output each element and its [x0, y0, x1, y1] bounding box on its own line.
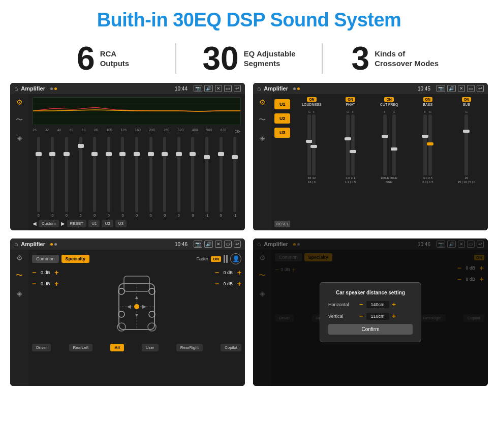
eq-thumb-10[interactable] [162, 152, 168, 156]
fader-sidebar-icon1[interactable]: ⚙ [16, 254, 23, 262]
crossover-screen: ⌂ Amplifier 10:45 📷 🔊 ✕ ▭ ↩ ⚙ 〜 [253, 83, 488, 230]
u3-preset[interactable]: U3 [274, 128, 290, 138]
custom-btn[interactable]: Custom [39, 220, 59, 227]
mini-slider-2 [226, 255, 228, 263]
crossover-sidebar-icon1[interactable]: ⚙ [259, 98, 266, 106]
distance-dialog-overlay: Car speaker distance setting Horizontal … [253, 238, 488, 386]
eq-sidebar-icon3[interactable]: ◈ [17, 134, 22, 142]
fader-sidebar-icon3[interactable]: ◈ [17, 289, 22, 297]
cutfreq-g-thumb[interactable] [391, 147, 397, 151]
phat-on[interactable]: ON [346, 97, 355, 102]
eq-thumb-7[interactable] [119, 152, 126, 156]
eq-thumb-9[interactable] [148, 152, 154, 156]
phat-f-track[interactable] [351, 114, 355, 175]
eq-track-3[interactable] [65, 137, 68, 212]
eq-sidebar-icon2[interactable]: 〜 [16, 115, 23, 125]
fader-on-badge[interactable]: ON [211, 256, 221, 262]
eq-track-12[interactable] [191, 137, 194, 212]
eq-thumb-12[interactable] [190, 152, 196, 156]
cutfreq-f-thumb[interactable] [382, 135, 388, 138]
cutfreq-on[interactable]: ON [384, 97, 394, 102]
vertical-minus[interactable]: − [359, 312, 363, 320]
eq-track-14[interactable] [220, 137, 223, 212]
eq-track-7[interactable] [121, 137, 124, 212]
all-btn[interactable]: All [110, 344, 123, 351]
user-btn[interactable]: User [142, 344, 159, 351]
eq-track-8[interactable] [135, 137, 138, 212]
vertical-plus[interactable]: + [392, 312, 396, 320]
eq-track-1[interactable] [37, 137, 40, 212]
phat-f-thumb[interactable] [350, 150, 356, 153]
minus-1[interactable]: − [32, 268, 36, 277]
eq-track-10[interactable] [163, 137, 166, 212]
crossover-status-icons: 📷 🔊 ✕ ▭ ↩ [437, 85, 484, 92]
stats-row: 6 RCAOutputs 30 EQ AdjustableSegments 3 … [0, 37, 498, 83]
common-tab[interactable]: Common [32, 255, 59, 263]
eq-thumb-11[interactable] [176, 152, 182, 156]
loudness-f-track[interactable] [312, 114, 316, 175]
play-icon[interactable]: ▶ [61, 221, 65, 226]
minus-4[interactable]: − [215, 280, 219, 288]
horizontal-plus[interactable]: + [392, 301, 396, 308]
u1-preset[interactable]: U1 [274, 99, 290, 109]
eq-sidebar-icon1[interactable]: ⚙ [16, 98, 23, 106]
fader-sidebar-icon2[interactable]: 〜 [16, 271, 23, 280]
eq-thumb-15[interactable] [232, 155, 238, 159]
plus-2[interactable]: + [54, 280, 58, 288]
bass-f-track[interactable] [423, 114, 427, 175]
eq-thumb-1[interactable] [36, 152, 42, 156]
crossover-reset-btn[interactable]: RESET [274, 221, 290, 227]
horizontal-minus[interactable]: − [359, 301, 363, 308]
bass-g-thumb[interactable] [427, 142, 433, 145]
eq-thumb-14[interactable] [218, 152, 224, 156]
minus-3[interactable]: − [215, 268, 219, 277]
phat-g-track[interactable] [346, 114, 350, 175]
eq-thumb-13[interactable] [204, 155, 210, 159]
eq-track-15[interactable] [233, 137, 236, 212]
eq-thumb-3[interactable] [64, 152, 70, 156]
eq-thumb-5[interactable] [91, 152, 98, 156]
plus-4[interactable]: + [237, 280, 241, 288]
cutfreq-f-track[interactable] [383, 114, 387, 175]
minus-2[interactable]: − [32, 280, 36, 288]
expand-arrows[interactable]: ≫ [235, 128, 241, 135]
eq-track-9[interactable] [149, 137, 152, 212]
eq-track-11[interactable] [177, 137, 180, 212]
cutfreq-g-track[interactable] [392, 114, 396, 175]
u1-btn[interactable]: U1 [88, 220, 100, 227]
eq-thumb-2[interactable] [49, 152, 55, 156]
eq-thumb-4[interactable] [78, 144, 84, 148]
copilot-btn[interactable]: Copilot [221, 344, 241, 351]
sub-g-track[interactable] [464, 114, 468, 175]
driver-btn[interactable]: Driver [32, 344, 51, 351]
bass-g-track[interactable] [428, 114, 432, 175]
rearleft-btn[interactable]: RearLeft [69, 344, 93, 351]
crossover-sliders: G 48 F [293, 108, 485, 227]
phat-g-thumb[interactable] [345, 137, 351, 140]
loudness-f-thumb[interactable] [310, 145, 317, 148]
eq-thumb-8[interactable] [134, 152, 140, 156]
u2-btn[interactable]: U2 [102, 220, 113, 227]
eq-track-2[interactable] [51, 137, 54, 212]
eq-track-5[interactable] [93, 137, 96, 212]
rearright-btn[interactable]: RearRight [176, 344, 203, 351]
eq-thumb-6[interactable] [106, 152, 112, 156]
u3-btn[interactable]: U3 [115, 220, 127, 227]
bass-on[interactable]: ON [423, 97, 433, 102]
crossover-sidebar-icon3[interactable]: ◈ [260, 134, 265, 142]
sub-on[interactable]: ON [462, 97, 472, 102]
bass-f-thumb[interactable] [422, 135, 428, 138]
eq-track-4[interactable] [79, 137, 82, 212]
loudness-on[interactable]: ON [307, 97, 317, 102]
reset-btn[interactable]: RESET [67, 220, 87, 227]
plus-1[interactable]: + [54, 268, 58, 277]
prev-icon[interactable]: ◀ [33, 221, 37, 226]
specialty-tab[interactable]: Specialty [61, 255, 90, 263]
eq-track-13[interactable] [205, 137, 208, 212]
confirm-button[interactable]: Confirm [328, 324, 413, 335]
sub-g-thumb[interactable] [463, 130, 470, 133]
plus-3[interactable]: + [237, 268, 241, 277]
crossover-sidebar-icon2[interactable]: 〜 [259, 115, 266, 125]
eq-track-6[interactable] [107, 137, 110, 212]
u2-preset[interactable]: U2 [274, 113, 290, 124]
